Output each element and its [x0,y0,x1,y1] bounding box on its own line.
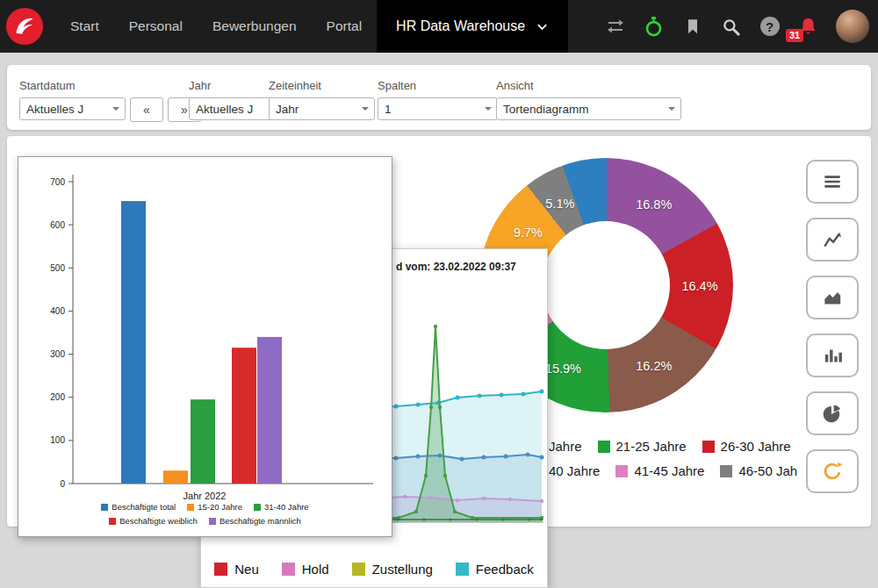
bar-chart-legend: Beschäftigte total15-20 Jahre31-40 Jahre… [18,502,392,526]
y-tick-label: 100 [50,435,65,445]
legend-item: Beschäftigte total [101,502,176,512]
active-nav-label: HR Data Warehouse [396,18,525,34]
data-point [434,325,437,328]
data-point [540,499,543,503]
help-icon[interactable]: ? [759,16,781,38]
data-point [424,474,428,477]
data-point [456,396,460,400]
legend-item: Hold [282,562,329,577]
legend-label: 41-45 Jahre [634,463,704,478]
legend-swatch [282,563,295,576]
bar-chart-panel[interactable]: 0100200300400500600700Jahr 2022 Beschäft… [18,156,392,537]
legend-swatch [187,504,194,511]
pie-percent-label: 5.1% [545,197,574,211]
data-point [438,405,442,409]
legend-label: 15-20 Jahre [198,502,242,512]
y-tick-label: 200 [50,392,65,402]
legend-label: Neu [234,562,259,577]
legend-label: Beschäftigte männlich [220,516,301,526]
y-tick-label: 300 [50,349,65,359]
legend-swatch [456,563,469,576]
ansicht-select[interactable]: Tortendiagramm [496,97,681,120]
data-point [416,455,421,459]
menu-button[interactable] [806,160,859,204]
data-point [508,498,512,501]
filter-group-ansicht: Ansicht Tortendiagramm [496,79,681,120]
bookmark-icon[interactable] [681,16,703,38]
data-point [456,498,459,502]
pie-percent-label: 16.8% [636,197,672,212]
data-point [429,496,433,499]
startdatum-select[interactable]: Aktuelles J [19,97,126,120]
legend-item: 21-25 Jahre [598,439,687,454]
nav-item-bewerbungen[interactable]: Bewerbungen [198,0,312,53]
data-point [529,519,531,521]
legend-label: 40 Jahre [549,463,600,478]
bar-chart-view-button[interactable] [806,333,859,377]
nav-item-start[interactable]: Start [55,0,114,53]
line-chart-icon [821,228,844,251]
legend-label: Jahre [549,439,582,454]
legend-item: 41-45 Jahre [615,463,704,478]
bar-segment-2 [191,399,215,484]
legend-label: Beschäftigte weiblich [119,516,198,526]
area-chart-icon [821,286,844,309]
pie-percent-label: 15.9% [545,362,581,376]
rexx-logo[interactable] [4,6,45,47]
legend-item: 31-40 Jahre [254,502,309,512]
stopwatch-icon[interactable] [643,16,665,38]
line-chart-view-button[interactable] [806,218,859,262]
legend-swatch [615,465,628,477]
zeiteinheit-select[interactable]: Jahr [269,97,375,120]
bar-segment-3 [232,348,256,484]
nav-item-portal[interactable]: Portal [312,0,378,53]
nav-item-hr-data-warehouse[interactable]: HR Data Warehouse [377,0,568,53]
data-point [460,457,464,462]
data-point [429,405,433,409]
data-point [403,495,407,498]
notifications-icon[interactable]: 31 [797,16,819,38]
data-point [476,519,479,521]
zeiteinheit-label: Zeiteinheit [269,79,375,92]
search-icon[interactable] [720,16,742,38]
y-tick-label: 600 [50,220,65,230]
rexx-logo-icon [4,6,45,47]
notification-badge: 31 [786,29,803,42]
app-screen: Start Personal Bewerbungen Portal HR Dat… [0,0,878,588]
y-tick-label: 700 [50,177,65,187]
user-avatar[interactable] [836,10,869,43]
data-point [394,405,399,409]
pie-percent-label: 9.7% [514,226,543,240]
nav-icon-group: ? 31 [604,10,878,43]
pie-percent-label: 16.4% [681,279,717,293]
data-point [416,403,421,407]
spalten-select[interactable]: 1 [378,97,498,120]
refresh-button[interactable] [806,449,859,493]
bar-segment-0 [121,201,146,484]
data-point [526,453,530,457]
legend-row: Beschäftigte total15-20 Jahre31-40 Jahre [18,502,392,512]
area-chart-view-button[interactable] [806,276,859,319]
data-point [504,455,508,459]
filter-group-zeiteinheit: Zeiteinheit Jahr [269,79,375,120]
data-point [423,519,426,521]
pie-chart-view-button[interactable] [806,391,859,435]
legend-item: 15-20 Jahre [187,502,242,512]
legend-item: Jahre [549,439,582,454]
data-point [482,455,486,460]
legend-label: Feedback [476,562,534,577]
transfer-arrows-icon[interactable] [604,16,626,38]
legend-swatch [209,518,216,525]
prev-period-button[interactable]: « [130,97,163,122]
nav-item-personal[interactable]: Personal [114,0,198,53]
legend-label: 26-30 Jahre [721,439,791,454]
legend-item: Beschäftigte weiblich [109,516,198,526]
data-point [502,519,505,521]
legend-swatch [598,441,610,453]
data-point [443,474,447,477]
bar-segment-4 [257,337,282,484]
legend-swatch [109,518,116,525]
legend-item: Neu [214,562,259,577]
filter-group-spalten: Spalten 1 [378,79,498,120]
legend-row: Jahre21-25 Jahre26-30 Jahre [549,439,797,454]
